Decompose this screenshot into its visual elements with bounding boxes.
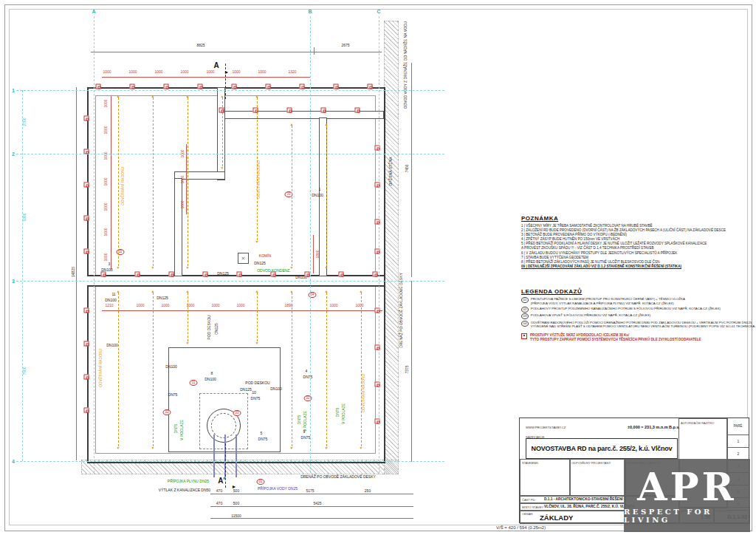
penetration-marker (271, 272, 276, 277)
grid-marker: 4 (12, 459, 15, 464)
apr-slogan: RESPECT FOR LIVING (624, 508, 750, 524)
penetration-marker (84, 116, 89, 121)
penetration-marker (321, 108, 326, 113)
section-marker: A (213, 64, 219, 67)
plan-label: 1000 (232, 70, 240, 74)
plan-label: 3 (109, 262, 111, 266)
penetration-marker (373, 272, 378, 277)
plan-label: 1000 (236, 304, 244, 307)
poznamka-block: POZNÁMKA 1 | VŠECHNY MÍRY JE TŘEBA SAMOS… (521, 215, 747, 269)
plan-label: 1210 (105, 304, 113, 307)
penetration-marker (300, 84, 305, 89)
plan-label: 470 (216, 502, 222, 505)
legend-item-text: PODLAHOVÝ PROSTUP PODZEMNÍHO KANALIZAČNÍ… (531, 307, 721, 311)
legend-item-number: 01 (521, 297, 529, 303)
radon-vent-line (153, 293, 154, 446)
grid-line (94, 16, 94, 473)
note-line: 09 | DETAILNĚJŠÍ ZPRACOVÁNÍ ZÁKLADŮ VIZ … (521, 265, 747, 269)
grid-marker: 2 (12, 151, 15, 157)
plan-label: DN125 (217, 272, 229, 276)
site-label: MÍSTO STAVBY: (522, 505, 544, 509)
plan-label: 7450 (405, 164, 409, 172)
plan-label: DN75 (303, 375, 313, 379)
plan-label: 1000 (104, 228, 108, 236)
penetration-marker (334, 84, 339, 89)
plan-label: 1000 (104, 126, 108, 134)
plan-label: 5300 (23, 213, 27, 221)
plan-label: DN125 (254, 262, 266, 265)
plan-label: 2675 (341, 44, 349, 47)
plan-label: 1000 (258, 70, 266, 74)
penetration-marker (237, 272, 242, 277)
penetration-marker (266, 84, 271, 89)
grid-line (379, 16, 379, 473)
plan-label: 1000 (128, 70, 137, 74)
plan-label: POD DESKOU (245, 381, 269, 385)
radon-vent-line (188, 293, 188, 341)
plan-label: 8 (211, 372, 213, 375)
plan-label: 1000 (104, 202, 108, 211)
radon-vent-line (326, 293, 327, 446)
plan-label: V PODLAZE (303, 411, 307, 432)
plan-label: V PODLAZE (342, 403, 346, 424)
grid-marker: A (92, 9, 95, 14)
reference-bubble: 02 (162, 409, 171, 415)
pare-label: PARÉ: (727, 418, 749, 435)
site-value: VLČNOV, UL. 28. ŘÍJNA, PARC.Č. 255/2, K.… (544, 505, 635, 508)
plan-label: DN125 (240, 388, 252, 392)
content-row: OBSAH: ZÁKLADY (520, 510, 626, 524)
plan-label: 250 (365, 489, 371, 493)
penetration-marker (203, 272, 208, 277)
stamp-label: AUTORIZAČNÍ RAZÍTKO (681, 421, 714, 425)
plan-label: 1000 (181, 175, 185, 183)
plan-label: DN75 (301, 436, 311, 440)
plan-label: DN75 (251, 397, 261, 401)
legend-item: 04ODVĚTRÁNÍ RADONOVÉHO PODLOŽÍ POMOCÍ DR… (521, 321, 747, 329)
penetration-marker (232, 84, 237, 89)
client-cell: STAVEBNÍK: (520, 459, 571, 497)
radon-vent-line (361, 293, 362, 446)
plan-label: 1000 (104, 177, 108, 185)
plan-label: ODVĚTRÁNÍ RADONU (99, 349, 103, 387)
grid-line (16, 461, 444, 462)
radon-vent-line (222, 98, 223, 166)
plan-label: DN100 (106, 344, 118, 347)
plan-label: DN100 (312, 194, 323, 197)
penetration-marker (84, 308, 89, 313)
warning-lines: PROSTUPY VÝZTUŽE SKRZ HYDROIZOLACI /CELK… (530, 333, 701, 342)
plan-label: ODVĚTRÁNÍ RADONU (121, 167, 125, 205)
warning-note: PROSTUPY VÝZTUŽE SKRZ HYDROIZOLACI /CELK… (521, 333, 747, 342)
penetration-marker (84, 375, 89, 380)
legend-item-text: ODVĚTRÁNÍ RADONOVÉHO PODLOŽÍ POMOCÍ DREN… (531, 321, 756, 329)
plan-label: DRENÁŽ PO OBVODĚ ZÁKLADOVÉ DESKY (300, 475, 376, 479)
responsible-designer-cell: ODPOVĚDNÝ PROJEKTANT: (569, 459, 626, 497)
penetration-marker (84, 408, 89, 413)
plan-label: 11 (111, 293, 115, 296)
plan-label: 1320 (288, 70, 296, 74)
plan-label: 1000 (211, 304, 219, 307)
radon-vent-line (118, 293, 119, 446)
radon-vent-line (292, 126, 292, 266)
legenda-items: 01PROSTUPOVÁ PAŽNICE S LÍMCEM (PROSTUP P… (521, 297, 747, 329)
legenda-title: LEGENDA ODKAZŮ (521, 288, 747, 295)
part-pd-value: D.1.1 - ARCHITEKTONICKO-STAVEBNÍ ŘEŠENÍ (544, 497, 623, 501)
penetration-marker (339, 272, 344, 277)
plan-label: 1000 (154, 70, 162, 74)
penetration-marker (84, 216, 89, 221)
plan-label: 4 (306, 369, 308, 373)
website: WWW.PROJEKTSTAVBY.CZ (526, 426, 566, 429)
grid-line (16, 154, 444, 154)
plan-label: 1000 (180, 70, 188, 74)
plan-label: 1000 (181, 200, 185, 208)
plan-label: DN75 (298, 415, 301, 425)
part-pd-label: ČÁST PD: (522, 498, 535, 502)
plan-label: ODVOD VODY Z DRENÁŽE DO NÁDRŽE NA VODU (404, 21, 408, 109)
plan-label: 1000 (103, 70, 111, 74)
legend-item: 01PROSTUPOVÁ PAŽNICE S LÍMCEM (PROSTUP P… (521, 297, 747, 305)
project-name-box: NOVOSTAVBA RD na parc.č. 255/2, k.ú. Vlč… (526, 438, 678, 459)
legend-line: (PŘÍPOJKA VODY, VÝTLAK KANALIZACE A PŘÍP… (531, 301, 685, 306)
plan-label: 5 (261, 432, 263, 435)
penetration-marker (96, 84, 101, 89)
legend-item-text: PODLAHOVÁ VPUSŤ S FÓLIOVOU PŘÍRUBOU VIZ … (531, 313, 650, 318)
plan-label: 14825 (72, 267, 75, 277)
